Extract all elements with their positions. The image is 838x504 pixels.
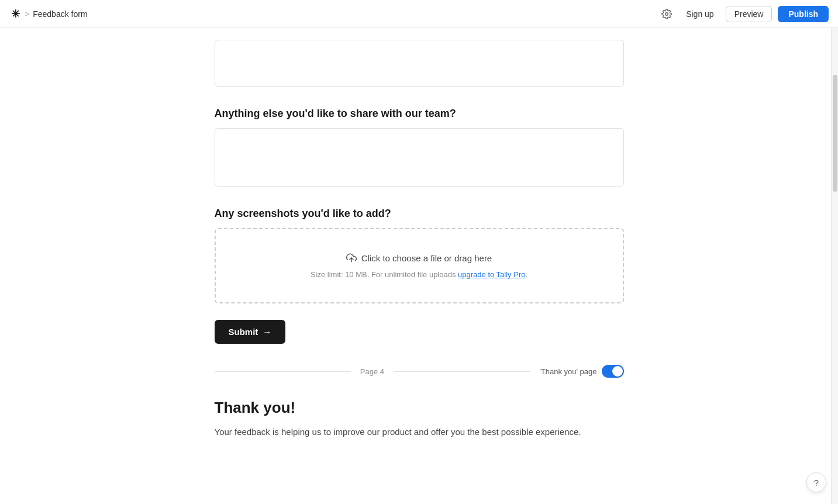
upload-sub-text: Size limit: 10 MB. For unlimited file up… [311,270,527,279]
thankyou-page-toggle[interactable] [602,365,624,378]
thankyou-title: Thank you! [215,399,624,417]
form-body: Anything else you'd like to share with o… [215,28,624,462]
divider-left [215,371,351,372]
submit-button[interactable]: Submit → [215,320,286,344]
tally-logo-icon: ✳ [9,8,21,20]
thankyou-toggle-area: 'Thank you' page [539,365,623,378]
publish-button[interactable]: Publish [778,6,829,22]
gear-icon [661,9,672,19]
screenshots-question: Any screenshots you'd like to add? [215,208,624,220]
page-label: Page 4 [360,367,384,376]
breadcrumb-separator: > [25,9,29,19]
partial-textarea[interactable] [215,40,624,87]
page-divider: Page 4 'Thank you' page [215,365,624,378]
preview-button[interactable]: Preview [726,6,773,22]
thankyou-body: Your feedback is helping us to improve o… [215,425,624,439]
file-upload-area[interactable]: Click to choose a file or drag here Size… [215,228,624,303]
divider-right [394,371,530,372]
breadcrumb: ✳ > Feedback form [9,8,88,20]
settings-button[interactable] [659,6,674,22]
topnav-actions: Sign up Preview Publish [659,6,829,22]
upgrade-link[interactable]: upgrade to Tally Pro [458,270,525,279]
breadcrumb-title: Feedback form [33,9,87,19]
thankyou-toggle-label: 'Thank you' page [539,367,596,376]
upload-icon [346,253,357,263]
svg-point-0 [665,12,668,15]
scrollbar[interactable] [831,28,838,504]
signup-button[interactable]: Sign up [680,6,719,22]
thankyou-section: Thank you! Your feedback is helping us t… [215,399,624,439]
topnav: ✳ > Feedback form Sign up Preview Publis… [0,0,838,28]
main-content: Anything else you'd like to share with o… [0,28,838,504]
scrollbar-thumb[interactable] [833,75,837,192]
submit-label: Submit [229,327,258,337]
upload-main-text: Click to choose a file or drag here [346,253,492,263]
anything-else-question: Anything else you'd like to share with o… [215,108,624,120]
submit-arrow-icon: → [263,327,271,337]
anything-else-input[interactable] [215,128,624,187]
help-button[interactable]: ? [806,472,826,492]
